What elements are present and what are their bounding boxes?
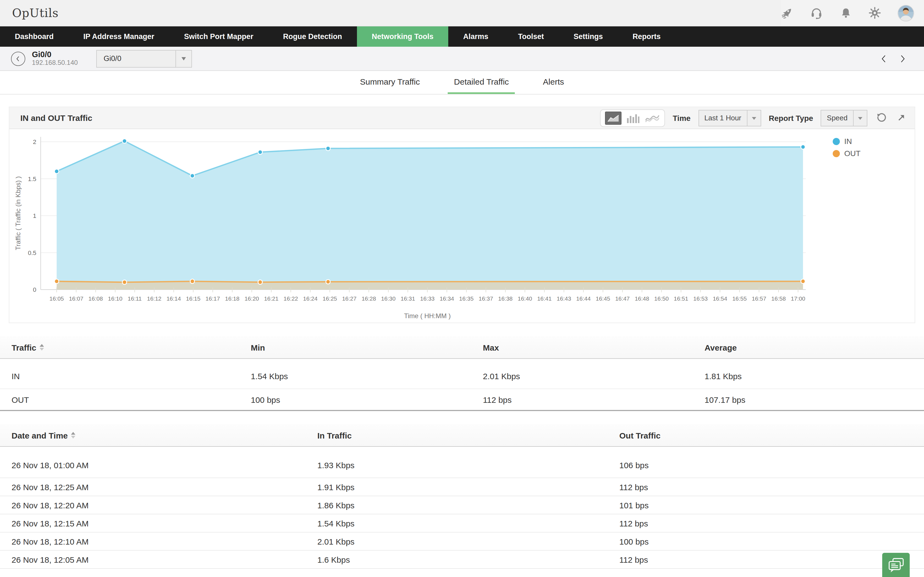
x-axis-tick-label: 16:15 (186, 295, 200, 302)
legend-entry-in[interactable]: IN (833, 137, 861, 146)
chevron-down-icon (853, 110, 867, 126)
traffic-summary-table: Traffic Min Max Average IN 1.54 Kbps 2.0… (0, 336, 924, 411)
x-axis-tick-label: 16:33 (420, 295, 435, 302)
nav-item-toolset[interactable]: Toolset (503, 26, 559, 47)
in-out-traffic-panel: IN and OUT Traffic Time Last 1 Hour (9, 106, 915, 323)
top-bar: OpUtils (0, 0, 924, 26)
x-axis-tick-label: 16:41 (537, 295, 552, 302)
x-axis-tick-label: 16:25 (323, 295, 337, 302)
y-axis-tick-label: 1 (33, 213, 36, 219)
table-row[interactable]: OUT 100 bps 112 bps 107.17 bps (0, 389, 924, 411)
x-axis-tick-label: 16:45 (596, 295, 610, 302)
y-axis-tick-label: 0 (33, 286, 36, 293)
chart-legend: IN OUT (833, 137, 861, 158)
table-row[interactable]: 26 Nov 18, 12:25 AM 1.91 Kbps 112 bps (0, 478, 924, 496)
column-header-out-traffic[interactable]: Out Traffic (619, 430, 924, 440)
x-axis-tick-label: 16:24 (303, 295, 318, 302)
time-range-select[interactable]: Last 1 Hour (698, 110, 761, 126)
next-interface-button[interactable] (898, 53, 908, 63)
out-data-point (123, 280, 127, 284)
refresh-icon[interactable] (875, 112, 887, 124)
table-row[interactable]: 26 Nov 18, 12:05 AM 1.6 Kbps 112 bps (0, 551, 924, 569)
x-axis-tick-label: 16:27 (342, 295, 357, 302)
x-axis-tick-label: 16:44 (576, 295, 591, 302)
x-axis-tick-label: 16:18 (225, 295, 239, 302)
x-axis-tick-label: 16:53 (693, 295, 708, 302)
x-axis-tick-label: 16:10 (108, 295, 123, 302)
nav-item-rogue-detection[interactable]: Rogue Detection (268, 26, 357, 47)
device-header-bar: Gi0/0 192.168.50.140 Gi0/0 (0, 47, 924, 71)
column-header-traffic[interactable]: Traffic (11, 342, 251, 353)
x-axis-tick-label: 16:47 (615, 295, 630, 302)
x-axis-tick-label: 16:21 (264, 295, 279, 302)
x-axis-tick-label: 16:14 (166, 295, 181, 302)
gear-icon[interactable] (869, 6, 881, 19)
in-data-point (801, 145, 805, 149)
x-axis-tick-label: 16:20 (244, 295, 259, 302)
headset-icon[interactable] (810, 6, 823, 19)
time-range-value: Last 1 Hour (699, 114, 746, 122)
table-row[interactable]: 26 Nov 18, 12:20 AM 1.86 Kbps 101 bps (0, 496, 924, 514)
x-axis-tick-label: 16:58 (771, 295, 786, 302)
nav-item-dashboard[interactable]: Dashboard (0, 26, 68, 47)
x-axis-tick-label: 16:05 (50, 295, 64, 302)
nav-item-switch-port-mapper[interactable]: Switch Port Mapper (169, 26, 268, 47)
tab-alerts[interactable]: Alerts (537, 71, 570, 94)
area-chart-icon[interactable] (605, 111, 622, 124)
y-axis-tick-label: 2 (33, 139, 36, 145)
x-axis-tick-label: 16:11 (128, 295, 142, 302)
bar-chart-icon[interactable] (625, 112, 641, 124)
y-axis-tick-label: 1.5 (28, 176, 36, 182)
spline-chart-icon[interactable] (645, 112, 660, 124)
previous-interface-button[interactable] (879, 53, 889, 63)
bell-icon[interactable] (839, 6, 852, 19)
sort-icon (71, 430, 76, 441)
nav-item-alarms[interactable]: Alarms (448, 26, 503, 47)
back-button[interactable] (11, 52, 25, 66)
column-header-max[interactable]: Max (483, 343, 704, 352)
nav-item-ip-address-manager[interactable]: IP Address Manager (68, 26, 169, 47)
x-axis-tick-label: 16:12 (147, 295, 162, 302)
traffic-tabs: Summary Traffic Detailed Traffic Alerts (0, 71, 924, 95)
chevron-down-icon (747, 110, 761, 126)
x-axis-tick-label: 16:17 (205, 295, 220, 302)
table-row[interactable]: 26 Nov 18, 12:15 AM 1.54 Kbps 112 bps (0, 514, 924, 532)
nav-item-settings[interactable]: Settings (559, 26, 618, 47)
in-series-dot (833, 138, 840, 145)
table-row[interactable]: 26 Nov 18, 01:00 AM 1.93 Kbps 106 bps (0, 447, 924, 478)
interface-select[interactable]: Gi0/0 (97, 50, 192, 67)
user-avatar[interactable] (898, 5, 914, 21)
x-axis-tick-label: 16:30 (381, 295, 396, 302)
topbar-icon-group (781, 0, 924, 26)
out-data-point (326, 279, 330, 284)
panel-header: IN and OUT Traffic Time Last 1 Hour (9, 107, 915, 129)
in-data-point (55, 169, 59, 174)
tab-detailed-traffic[interactable]: Detailed Traffic (448, 71, 515, 94)
live-chat-button[interactable] (882, 553, 910, 577)
in-data-point (326, 146, 330, 151)
report-type-select[interactable]: Speed (821, 110, 867, 126)
chart-type-switcher (600, 109, 665, 127)
legend-entry-out[interactable]: OUT (833, 149, 861, 158)
table-row[interactable]: 26 Nov 18, 12:10 AM 2.01 Kbps 100 bps (0, 532, 924, 551)
column-header-min[interactable]: Min (251, 343, 483, 352)
tab-summary-traffic[interactable]: Summary Traffic (354, 71, 426, 94)
interface-select-value: Gi0/0 (97, 55, 176, 63)
x-axis-tick-label: 16:28 (362, 295, 376, 302)
x-axis-tick-label: 16:55 (732, 295, 747, 302)
column-header-in-traffic[interactable]: In Traffic (317, 430, 619, 440)
detail-table-header: Date and Time In Traffic Out Traffic (0, 424, 924, 447)
x-axis-title: Time ( HH:MM ) (404, 312, 451, 319)
traffic-chart-area: 00.511.5216:0516:0716:0816:1016:1116:121… (9, 129, 915, 322)
nav-item-reports[interactable]: Reports (618, 26, 675, 47)
table-row[interactable]: IN 1.54 Kbps 2.01 Kbps 1.81 Kbps (0, 359, 924, 389)
expand-icon[interactable] (895, 112, 907, 124)
rocket-icon[interactable] (781, 6, 794, 19)
out-data-point (190, 279, 194, 284)
x-axis-tick-label: 16:34 (440, 295, 454, 302)
column-header-date-and-time[interactable]: Date and Time (11, 430, 317, 441)
column-header-average[interactable]: Average (704, 343, 924, 352)
in-data-point (123, 139, 127, 143)
in-data-point (258, 150, 262, 155)
nav-item-networking-tools[interactable]: Networking Tools (357, 26, 449, 47)
